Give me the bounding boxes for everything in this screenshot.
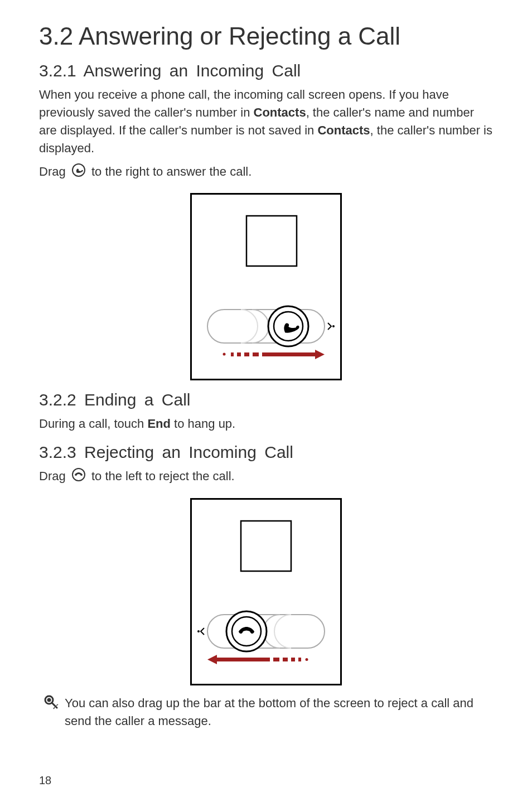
phone-answer-icon	[71, 163, 86, 182]
svg-rect-8	[231, 352, 234, 356]
svg-rect-24	[283, 658, 288, 661]
svg-point-6	[332, 325, 335, 327]
tip-icon	[43, 694, 59, 712]
svg-rect-1	[196, 199, 336, 372]
svg-point-0	[72, 164, 85, 176]
svg-rect-23	[273, 658, 279, 661]
bold-contacts-2: Contacts	[317, 123, 370, 137]
svg-point-14	[72, 468, 85, 481]
tip-text: You can also drag up the bar at the bott…	[65, 694, 493, 730]
page-number: 18	[39, 774, 51, 787]
svg-rect-12	[262, 352, 315, 356]
paragraph-323-drag: Drag to the left to reject the call.	[39, 467, 493, 487]
section-heading: 3.2 Answering or Rejecting a Call	[39, 22, 493, 50]
svg-point-27	[306, 658, 308, 661]
text-fragment: Drag	[39, 165, 69, 178]
text-fragment: to hang up.	[171, 417, 235, 431]
illustration-reject-call	[39, 498, 493, 685]
bold-contacts-1: Contacts	[254, 105, 306, 119]
paragraph-322: During a call, touch End to hang up.	[39, 415, 493, 433]
svg-line-30	[52, 703, 57, 708]
bold-end: End	[147, 417, 171, 431]
svg-point-29	[47, 698, 51, 702]
illustration-answer-call	[39, 193, 493, 380]
subsection-321-heading: 3.2.1 Answering an Incoming Call	[39, 61, 493, 80]
phone-reject-icon	[71, 467, 86, 487]
text-fragment: During a call, touch	[39, 417, 147, 431]
phone-frame	[190, 193, 342, 380]
text-fragment: to the left to reject the call.	[91, 470, 235, 484]
svg-line-31	[54, 707, 55, 709]
subsection-322-heading: 3.2.2 Ending a Call	[39, 390, 493, 409]
svg-rect-10	[244, 352, 249, 356]
svg-rect-25	[291, 658, 295, 661]
svg-rect-26	[298, 658, 301, 661]
tip-note: You can also drag up the bar at the bott…	[39, 694, 493, 736]
svg-rect-9	[237, 352, 241, 356]
svg-rect-22	[217, 658, 270, 661]
text-fragment: to the right to answer the call.	[91, 165, 252, 178]
text-fragment: Drag	[39, 470, 69, 484]
svg-point-20	[197, 630, 200, 632]
phone-frame	[190, 498, 342, 685]
svg-line-32	[56, 704, 58, 706]
svg-rect-11	[253, 352, 259, 356]
paragraph-321-drag: Drag to the right to answer the call.	[39, 163, 493, 182]
svg-rect-15	[196, 504, 336, 677]
paragraph-321-intro: When you receive a phone call, the incom…	[39, 86, 493, 157]
subsection-323-heading: 3.2.3 Rejecting an Incoming Call	[39, 443, 493, 462]
svg-point-7	[223, 353, 226, 356]
